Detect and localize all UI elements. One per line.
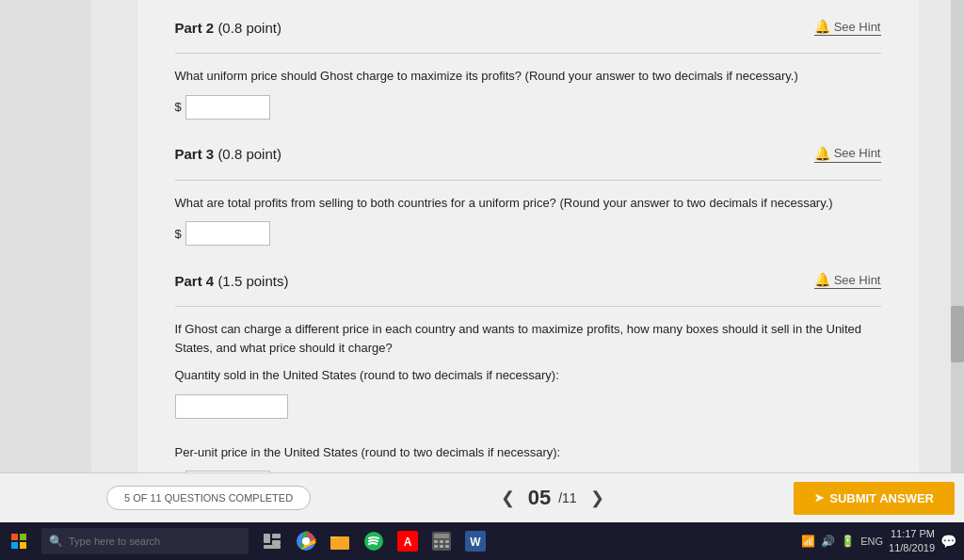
taskbar-apps: A W [256,522,491,560]
submit-answer-button[interactable]: ➤ SUBMIT ANSWER [794,482,955,515]
taskbar-search-bar[interactable]: 🔍 [41,528,249,554]
part2-dollar: $ [175,100,182,114]
part3-title: Part 3 (0.8 point) [175,146,281,162]
part4-title: Part 4 (1.5 points) [175,273,289,289]
svg-rect-0 [11,534,18,540]
svg-rect-16 [434,534,449,538]
svg-rect-2 [11,542,18,549]
hint-icon-4: 🔔 [814,272,830,287]
part2-title: Part 2 (0.8 point) [175,20,281,36]
calculator-icon[interactable] [426,522,458,560]
part2-question: What uniform price should Ghost charge t… [175,67,881,86]
adobe-icon[interactable]: A [392,522,424,560]
hint-icon-3: 🔔 [814,146,830,161]
part4-quantity-row [175,394,881,419]
left-sidebar [0,0,91,510]
part3-input-row: $ [175,221,881,246]
part3-answer-input[interactable] [185,221,270,246]
part2-answer-input[interactable] [185,95,270,120]
hint-icon: 🔔 [814,19,830,34]
part3-question: What are total profits from selling to b… [175,194,881,213]
svg-rect-22 [445,545,449,548]
svg-rect-17 [434,540,438,543]
part4-quantity-label: Quantity sold in the United States (roun… [175,366,881,385]
taskbar-clock: 11:17 PM 11/8/2019 [889,527,935,556]
prev-page-button[interactable]: ❮ [495,486,521,510]
svg-rect-1 [20,534,26,540]
progress-indicator: 5 OF 11 QUESTIONS COMPLETED [106,486,311,510]
part4-quantity-input[interactable] [175,394,288,419]
current-page: 05 [528,486,551,510]
svg-rect-6 [272,540,281,545]
svg-rect-21 [440,545,443,548]
submit-arrow-icon: ➤ [814,491,824,504]
main-content: Part 2 (0.8 point) 🔔 See Hint What unifo… [137,0,919,510]
svg-rect-18 [440,540,443,543]
part4-hint-button[interactable]: 🔔 See Hint [814,272,881,289]
taskbar-right: 📶 🔊 🔋 ENG 11:17 PM 11/8/2019 💬 [801,527,964,556]
part4-section: Part 4 (1.5 points) 🔔 See Hint If Ghost … [175,272,881,495]
svg-rect-19 [445,540,449,543]
pagination: ❮ 05 /11 ❯ [495,486,610,510]
battery-icon: 🔋 [841,535,855,548]
start-button[interactable] [0,522,38,560]
svg-rect-5 [272,534,281,538]
svg-rect-3 [20,542,26,549]
file-explorer-icon[interactable] [324,522,356,560]
word-icon[interactable]: W [459,522,491,560]
part3-section: Part 3 (0.8 point) 🔔 See Hint What are t… [175,146,881,247]
part4-price-label: Per-unit price in the United States (rou… [175,443,881,462]
svg-text:W: W [470,536,481,549]
part4-question: If Ghost can charge a different price in… [175,320,881,357]
scrollbar-thumb[interactable] [951,306,964,362]
part2-section: Part 2 (0.8 point) 🔔 See Hint What unifo… [175,19,881,120]
page-total: /11 [558,490,576,505]
part3-dollar: $ [175,227,182,241]
volume-icon: 🔊 [821,535,835,548]
next-page-button[interactable]: ❯ [585,486,610,510]
svg-text:A: A [404,536,412,549]
windows-taskbar: 🔍 [0,522,964,560]
svg-rect-4 [264,534,270,543]
search-icon: 🔍 [49,535,63,548]
notification-icon[interactable]: 💬 [940,534,956,549]
scrollbar-track[interactable] [951,0,964,510]
part3-header: Part 3 (0.8 point) 🔔 See Hint [175,146,881,167]
part2-hint-button[interactable]: 🔔 See Hint [814,19,881,36]
language-indicator: ENG [860,536,883,547]
svg-rect-20 [434,545,438,548]
task-view-button[interactable] [256,522,288,560]
bottom-nav-bar: 5 OF 11 QUESTIONS COMPLETED ❮ 05 /11 ❯ ➤… [0,472,964,522]
part3-hint-button[interactable]: 🔔 See Hint [814,146,881,163]
wifi-icon: 📶 [801,535,815,548]
part2-input-row: $ [175,95,881,120]
taskbar-search-input[interactable] [69,536,229,547]
svg-rect-7 [264,545,281,549]
part2-header: Part 2 (0.8 point) 🔔 See Hint [175,19,881,40]
spotify-icon[interactable] [358,522,390,560]
chrome-icon[interactable] [290,522,322,560]
part4-header: Part 4 (1.5 points) 🔔 See Hint [175,272,881,293]
svg-point-10 [302,537,310,545]
svg-rect-11 [330,536,349,550]
